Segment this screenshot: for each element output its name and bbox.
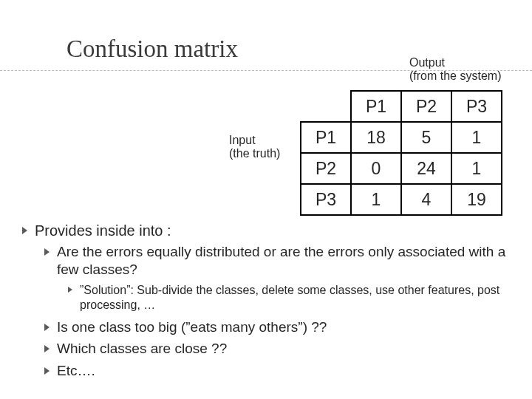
cell: 24 bbox=[401, 153, 451, 184]
empty-corner bbox=[301, 91, 351, 122]
output-axis-label: Output (from the system) bbox=[409, 56, 501, 82]
row-header: P1 bbox=[301, 122, 351, 153]
list-item: Are the errors equally distributed or ar… bbox=[44, 243, 510, 279]
cell: 1 bbox=[451, 122, 502, 153]
table-row: P3 1 4 19 bbox=[301, 184, 502, 215]
list-item: ”Solution”: Sub-divide the classes, dele… bbox=[68, 283, 510, 313]
cell: 0 bbox=[351, 153, 401, 184]
body-text: Provides inside into : Are the errors eq… bbox=[22, 222, 510, 384]
list-item: Is one class too big (”eats many others”… bbox=[44, 318, 510, 336]
confusion-matrix-table: P1 P2 P3 P1 18 5 1 P2 0 24 1 P3 1 4 19 bbox=[300, 90, 502, 216]
list-text: Are the errors equally distributed or ar… bbox=[57, 243, 510, 279]
col-header: P2 bbox=[401, 91, 451, 122]
col-header: P1 bbox=[351, 91, 401, 122]
input-label-line1: Input bbox=[229, 134, 256, 146]
bullet-icon bbox=[44, 324, 50, 331]
slide-title: Confusion matrix bbox=[66, 35, 238, 63]
cell: 5 bbox=[401, 122, 451, 153]
row-header: P2 bbox=[301, 153, 351, 184]
bullet-icon bbox=[44, 345, 50, 352]
bullet-icon bbox=[44, 248, 50, 256]
list-item: Etc…. bbox=[44, 362, 510, 380]
list-text: Provides inside into : bbox=[35, 222, 171, 240]
list-item: Provides inside into : bbox=[22, 222, 510, 240]
cell: 1 bbox=[351, 184, 401, 215]
list-text: ”Solution”: Sub-divide the classes, dele… bbox=[80, 283, 510, 313]
cell: 1 bbox=[451, 153, 502, 184]
cell: 18 bbox=[351, 122, 401, 153]
col-header: P3 bbox=[451, 91, 502, 122]
list-text: Which classes are close ?? bbox=[57, 340, 227, 358]
output-label-line1: Output bbox=[409, 56, 445, 69]
bullet-icon bbox=[68, 287, 72, 293]
cell: 4 bbox=[401, 184, 451, 215]
list-text: Is one class too big (”eats many others”… bbox=[57, 318, 327, 336]
row-header: P3 bbox=[301, 184, 351, 215]
list-text: Etc…. bbox=[57, 362, 95, 380]
bullet-icon bbox=[22, 227, 27, 234]
bullet-icon bbox=[44, 367, 50, 375]
cell: 19 bbox=[451, 184, 502, 215]
table-row: P1 18 5 1 bbox=[301, 122, 502, 153]
input-label-line2: (the truth) bbox=[229, 147, 280, 160]
table-row: P1 P2 P3 bbox=[301, 91, 502, 122]
input-axis-label: Input (the truth) bbox=[229, 134, 280, 161]
output-label-line2: (from the system) bbox=[409, 69, 501, 82]
table-row: P2 0 24 1 bbox=[301, 153, 502, 184]
list-item: Which classes are close ?? bbox=[44, 340, 510, 358]
slide: Confusion matrix Output (from the system… bbox=[0, 0, 532, 399]
